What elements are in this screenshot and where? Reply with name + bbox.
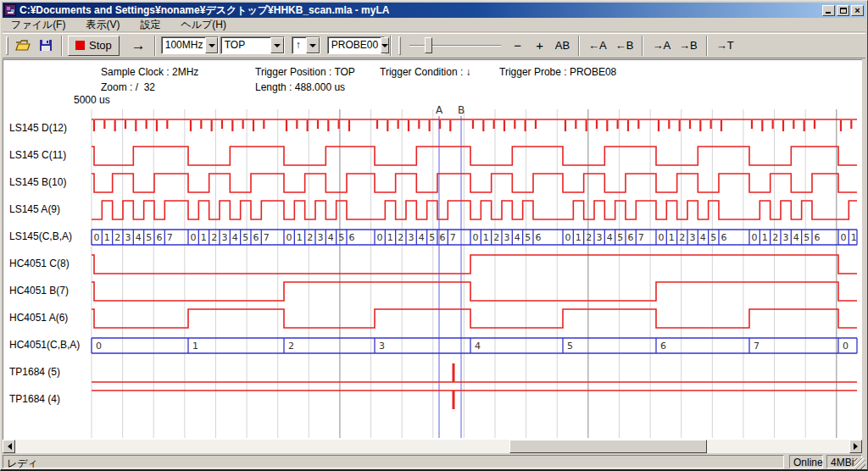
window-title: C:¥Documents and Settings¥noname¥デスクトップ¥… [19,3,821,18]
zoom-info: Zoom : / 32 [101,81,155,93]
app-window: C:¥Documents and Settings¥noname¥デスクトップ¥… [0,0,868,471]
scroll-right-button[interactable] [849,440,862,453]
scrollbar-thumb[interactable] [509,440,707,453]
time-scale-label: 5000 us [74,94,110,106]
probe-value: PROBE00 [328,37,381,53]
menu-file[interactable]: ファイル(F) [4,17,72,33]
sample-clock-select[interactable]: 100MHz [161,36,219,54]
channel-label: LS145(C,B,A) [9,230,72,242]
stop-button[interactable]: Stop [68,36,120,56]
toolbar-separator [706,36,708,56]
toolbar-separator [390,36,392,56]
stop-label: Stop [89,39,112,52]
run-button[interactable]: → [128,36,149,56]
open-file-button[interactable] [12,36,34,56]
toolbar: Stop → 100MHz TOP ↑ PROBE00 − + AB ←A [3,33,865,58]
channel-label: LS145 B(10) [9,176,66,188]
menu-settings[interactable]: 設定 [133,17,167,33]
save-file-button[interactable] [36,36,56,56]
goto-cursor-b-back-button[interactable]: ←B [612,36,637,56]
waveform-client-area [3,59,862,440]
channel-label: LS145 D(12) [9,122,67,134]
dropdown-arrow-icon[interactable] [306,37,320,53]
trigger-edge-value: ↑ [292,37,303,53]
save-floppy-icon [39,39,53,52]
dropdown-arrow-icon[interactable] [381,37,389,53]
channel-label: LS145 C(11) [9,149,66,161]
maximize-icon [840,8,847,14]
stop-icon [75,41,85,50]
probe-select[interactable]: PROBE00 [327,36,385,54]
channel-label: HC4051 C(8) [9,258,70,269]
toolbar-separator [61,36,63,56]
app-icon [4,4,16,16]
scroll-left-button[interactable] [3,440,15,453]
trigger-position-info: Trigger Position : TOP [255,66,355,78]
menu-help[interactable]: ヘルプ(H) [174,17,233,33]
channel-label: HC4051(C,B,A) [9,339,80,351]
dropdown-arrow-icon[interactable] [270,37,284,53]
toolbar-grip [398,36,401,55]
dropdown-arrow-icon[interactable] [205,37,217,53]
ab-zoom-button[interactable]: AB [552,36,573,56]
toolbar-separator [578,36,580,56]
channel-label: HC4051 B(7) [9,285,69,296]
toolbar-grip [6,36,8,55]
toolbar-separator [642,36,643,56]
toolbar-separator [154,36,156,56]
scroll-left-icon [4,443,12,450]
sample-clock-info: Sample Clock : 2MHz [101,66,198,78]
menu-bar: ファイル(F) 表示(V) 設定 ヘルプ(H) [3,18,865,32]
status-online: Online [789,455,823,468]
status-bar: レディ Online 4MBit [3,455,865,469]
minimize-icon [826,12,831,14]
maximize-button[interactable] [837,5,849,16]
zoom-in-button[interactable]: + [530,36,550,56]
zoom-slider[interactable] [409,36,501,55]
minimize-button[interactable] [822,5,835,16]
goto-cursor-a-back-button[interactable]: ←A [585,36,610,56]
status-ready: レディ [3,455,784,468]
length-info: Length : 488.000 us [255,81,345,93]
trigger-condition-info: Trigger Condition : ↓ [380,66,471,78]
close-button[interactable]: × [851,5,864,16]
menu-view[interactable]: 表示(V) [79,17,126,33]
slider-thumb[interactable] [425,37,432,53]
goto-cursor-a-fwd-button[interactable]: →A [648,36,674,56]
trigger-position-select[interactable]: TOP [220,36,285,54]
resize-grip[interactable] [854,458,865,469]
channel-label: LS145 A(9) [9,203,60,215]
channel-label: TP1684 (4) [9,393,60,405]
slider-track [409,45,501,47]
trigger-position-value: TOP [221,37,248,53]
goto-trigger-button[interactable]: →T [713,36,737,56]
sample-clock-value: 100MHz [162,37,206,53]
trigger-probe-info: Trigger Probe : PROBE08 [499,66,616,78]
scroll-right-icon [854,443,861,450]
horizontal-scrollbar[interactable] [3,440,862,453]
close-icon: × [854,6,860,15]
trigger-edge-select[interactable]: ↑ [292,36,320,54]
channel-label: TP1684 (5) [9,366,60,378]
open-folder-icon [15,39,31,52]
zoom-out-button[interactable]: − [508,36,528,56]
title-bar: C:¥Documents and Settings¥noname¥デスクトップ¥… [3,3,865,18]
channel-label: HC4051 A(6) [9,312,68,324]
goto-cursor-b-fwd-button[interactable]: →B [676,36,701,56]
